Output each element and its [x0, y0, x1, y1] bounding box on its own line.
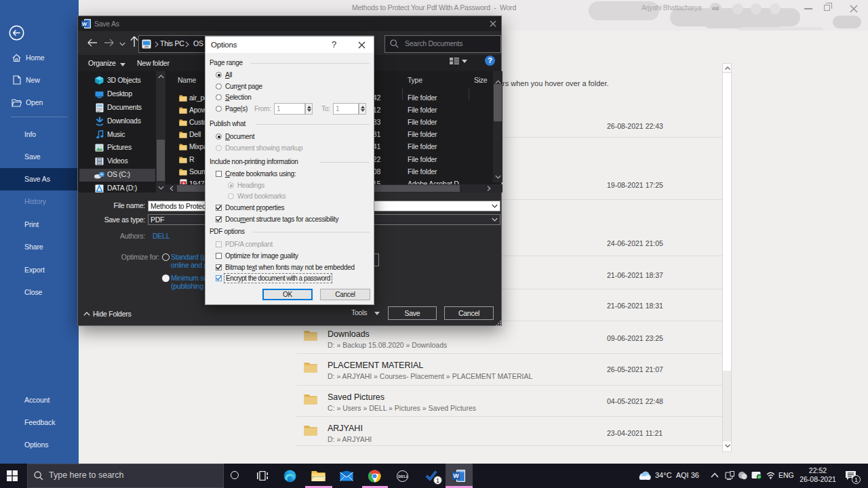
svg-text:W: W	[453, 472, 459, 479]
svg-text:W: W	[82, 21, 87, 27]
